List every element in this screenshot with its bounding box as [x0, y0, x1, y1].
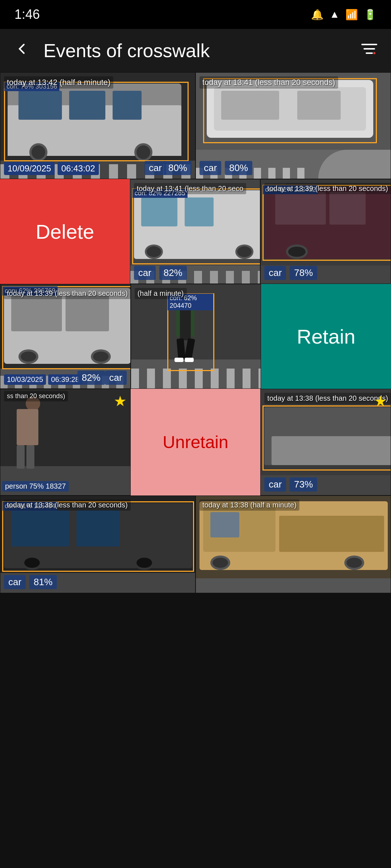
delete-label: Delete	[35, 220, 94, 243]
status-icons: 🔔 ▲ 📶 🔋	[311, 9, 377, 21]
detection-bbox-r1c1: con: 76% 303156	[4, 82, 189, 161]
detection-bbox-r5c1: con: 81% 115434	[2, 501, 194, 572]
event-cell-r3c3-retain[interactable]: Retain	[261, 284, 391, 389]
detection-bbox-r2c2: con: 82% 227285	[132, 188, 261, 264]
grid-row-4: ★ ss than 20 seconds) person 75% 18327 U…	[0, 389, 391, 495]
unretain-action[interactable]: Unretain	[131, 389, 261, 495]
detection-label-r4c1: person 75% 18327	[2, 481, 69, 492]
timestamp-r3c2: (half a minute)	[135, 288, 187, 299]
timestamp-r2c3: today at 13:39 (less than 20 seconds)	[264, 183, 391, 194]
event-cell-r4c1[interactable]: ★ ss than 20 seconds) person 75% 18327	[0, 389, 131, 495]
star-icon-r4c3: ★	[374, 393, 387, 409]
unretain-label: Unretain	[163, 432, 228, 452]
status-time: 1:46	[14, 7, 40, 22]
event-cell-r5c2[interactable]: today at 13:38 (half a minute)	[196, 495, 391, 593]
confidence-r2c3: 78%	[290, 266, 317, 280]
confidence-r5c1: 81%	[29, 575, 57, 589]
event-cell-r3c1[interactable]: con: 62% 296769 today at 13:39 (less tha…	[0, 284, 131, 389]
timestamp-r1c2: today at 13:41 (less than 20 seconds)	[199, 76, 338, 89]
detection-label-r2c2: car	[134, 266, 156, 280]
confidence-r1c1: 80%	[164, 161, 192, 175]
timestamp-r1c1: today at 13:42 (half a minute)	[4, 76, 113, 89]
filter-button[interactable]	[358, 39, 380, 62]
page-title: Events of crosswalk	[43, 40, 348, 61]
back-button[interactable]	[11, 40, 33, 61]
event-cell-r2c2[interactable]: con: 82% 227285 today at 13:41 (less tha…	[130, 179, 261, 284]
notification-icon: 🔔	[311, 9, 324, 21]
detection-label-r1c1: car	[144, 161, 166, 175]
svg-point-0	[373, 52, 375, 54]
delete-action[interactable]: Delete	[0, 179, 130, 284]
detection-label-r5c1: car	[4, 575, 26, 589]
detection-label-r1c2: car	[199, 161, 221, 175]
event-cell-r2c1-delete[interactable]: Delete	[0, 179, 130, 284]
grid-row-5: con: 81% 115434 today at 13:38 (less tha…	[0, 495, 391, 593]
star-icon-r4c1: ★	[114, 393, 127, 409]
battery-icon: 🔋	[364, 9, 377, 21]
detection-bbox-r4c3	[262, 405, 391, 471]
event-cell-r1c1[interactable]: con: 76% 303156 today at 13:42 (half a m…	[0, 72, 196, 179]
event-cell-r3c2[interactable]: con: 62% 204470 (half a minute)	[131, 284, 261, 389]
date-r1c1: 10/09/2025	[4, 162, 55, 175]
detection-bbox-r2c3: con: 82% 222432	[262, 185, 391, 261]
confidence-r4c3: 73%	[290, 477, 317, 492]
detection-label-r2c3: car	[264, 266, 286, 280]
timestamp-r4c3: today at 13:38 (less than 20 seconds)	[264, 393, 391, 404]
confidence-r3c1: 82%	[77, 371, 105, 385]
timestamp-r5c1: today at 13:38 (less than 20 seconds)	[4, 499, 131, 511]
event-cell-r5c1[interactable]: con: 81% 115434 today at 13:38 (less tha…	[0, 495, 196, 593]
confidence-r2c2: 82%	[159, 266, 187, 280]
date-r3c1: 10/03/2025	[4, 374, 46, 385]
app-bar: Events of crosswalk	[0, 29, 391, 72]
time-r3c1: 06:39:28	[48, 374, 82, 385]
signal-icon: 📶	[345, 9, 358, 21]
event-cell-r2c3[interactable]: con: 82% 222432 today at 13:39 (less tha…	[260, 179, 391, 284]
detection-label-r4c3: car	[264, 477, 286, 492]
events-grid: con: 76% 303156 today at 13:42 (half a m…	[0, 72, 391, 868]
timestamp-r4c1: ss than 20 seconds)	[4, 391, 68, 401]
timestamp-r3c1: today at 13:39 (less than 20 seconds)	[4, 288, 131, 299]
grid-row-1: con: 76% 303156 today at 13:42 (half a m…	[0, 72, 391, 179]
retain-action[interactable]: Retain	[261, 284, 391, 389]
timestamp-r2c2: today at 13:41 (less than 20 seco	[134, 183, 247, 194]
event-cell-r4c2-unretain[interactable]: Unretain	[131, 389, 261, 495]
detection-bbox-r3c2: con: 62% 204470	[167, 293, 214, 371]
wifi-icon: ▲	[329, 9, 340, 20]
confidence-r1c2: 80%	[225, 161, 252, 175]
timestamp-r5c2: today at 13:38 (half a minute)	[199, 499, 299, 511]
status-bar: 1:46 🔔 ▲ 📶 🔋	[0, 0, 391, 29]
time-r1c1: 06:43:02	[58, 162, 98, 175]
grid-row-3: con: 62% 296769 today at 13:39 (less tha…	[0, 284, 391, 389]
retain-label: Retain	[297, 325, 356, 348]
event-cell-r1c2[interactable]: today at 13:41 (less than 20 seconds) ca…	[196, 72, 391, 179]
event-cell-r4c3[interactable]: ★ today at 13:38 (less than 20 seconds) …	[260, 389, 391, 495]
grid-row-2: Delete con: 82% 227285 today at 13:41 (l…	[0, 179, 391, 284]
detection-label-r3c1: car	[105, 371, 127, 385]
